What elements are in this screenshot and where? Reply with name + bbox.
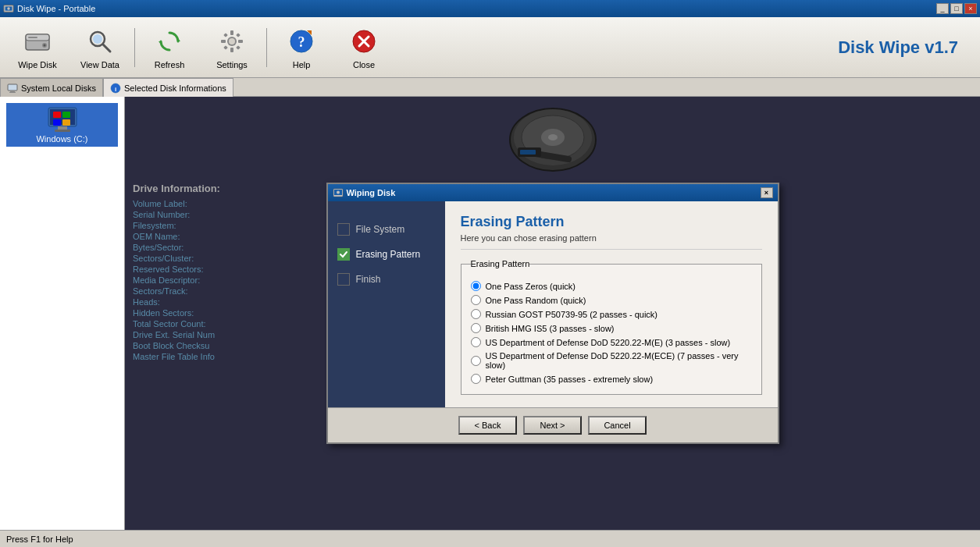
radio-us-dod-mie[interactable]: [471, 337, 481, 347]
svg-rect-16: [230, 48, 233, 52]
hdd-icon: [22, 26, 53, 57]
option-us-dod-ece-label: US Department of Defense DoD 5220.22-M(E…: [486, 351, 752, 370]
svg-rect-31: [9, 92, 16, 93]
radio-russian-gost[interactable]: [471, 309, 481, 319]
close-title-button[interactable]: ×: [964, 3, 977, 14]
wiping-disk-dialog: Wiping Disk × File System: [326, 183, 779, 444]
sidebar: Windows (C:): [0, 97, 125, 530]
dialog-content-panel: Erasing Pattern Here you can chose erasi…: [445, 201, 778, 407]
app-brand: Disk Wipe v1.7: [838, 37, 974, 58]
dialog-content-title: Erasing Pattern: [461, 214, 762, 230]
dialog-close-button[interactable]: ×: [761, 187, 773, 198]
wipe-disk-label: Wipe Disk: [18, 60, 57, 69]
step-erasing-pattern[interactable]: Erasing Pattern: [328, 242, 445, 267]
option-russian-gost[interactable]: Russian GOST P50739-95 (2 passes - quick…: [471, 309, 752, 319]
toolbar-separator-2: [266, 28, 267, 67]
radio-peter-guttman[interactable]: [471, 374, 481, 384]
svg-rect-15: [230, 30, 233, 35]
toolbar-separator-1: [134, 28, 135, 67]
svg-rect-19: [223, 33, 228, 37]
sidebar-item-windows-c[interactable]: Windows (C:): [6, 103, 118, 147]
svg-rect-21: [223, 45, 228, 50]
option-us-dod-ece[interactable]: US Department of Defense DoD 5220.22-M(E…: [471, 351, 752, 370]
radio-one-pass-random[interactable]: [471, 295, 481, 305]
tab-disk-info-label: Selected Disk Informations: [124, 83, 226, 93]
svg-rect-41: [55, 130, 70, 132]
settings-button[interactable]: Settings: [201, 21, 263, 74]
dialog-steps-panel: File System Erasing Pattern: [328, 201, 445, 407]
next-button[interactable]: Next >: [523, 416, 582, 435]
svg-rect-37: [62, 112, 70, 118]
minimize-button[interactable]: _: [936, 3, 949, 14]
step-finish-label: Finish: [356, 274, 381, 285]
help-icon: ?: [286, 26, 317, 57]
svg-rect-29: [8, 84, 17, 91]
dialog-titlebar-left: Wiping Disk: [333, 187, 396, 198]
app-icon: [3, 3, 14, 14]
view-data-label: View Data: [80, 60, 119, 69]
content-area: Drive Information: Volume Label: Serial …: [125, 97, 980, 530]
maximize-button[interactable]: □: [950, 3, 963, 14]
svg-rect-7: [28, 37, 37, 38]
option-british-hmg[interactable]: British HMG IS5 (3 passes - slow): [471, 323, 752, 333]
wipe-disk-button[interactable]: Wipe Disk: [6, 21, 69, 74]
dialog-icon: [333, 187, 344, 198]
option-one-pass-zeros-label: One Pass Zeros (quick): [486, 282, 576, 291]
dialog-titlebar: Wiping Disk ×: [328, 184, 778, 201]
modal-overlay: Wiping Disk × File System: [125, 97, 980, 530]
view-data-button[interactable]: View Data: [69, 21, 131, 74]
windows-disk-icon: [47, 106, 78, 133]
option-one-pass-zeros[interactable]: One Pass Zeros (quick): [471, 281, 752, 291]
svg-text:?: ?: [298, 34, 305, 50]
refresh-icon: [154, 26, 185, 57]
refresh-button[interactable]: Refresh: [138, 21, 201, 74]
main-area: Windows (C:) Drive Information: Volume L…: [0, 97, 980, 530]
dialog-title: Wiping Disk: [347, 188, 396, 197]
titlebar: Disk Wipe - Portable _ □ ×: [0, 0, 980, 17]
option-us-dod-mie-label: US Department of Defense DoD 5220.22-M(E…: [486, 338, 731, 347]
step-file-system[interactable]: File System: [328, 217, 445, 242]
help-button[interactable]: ? Help: [270, 21, 333, 74]
radio-us-dod-ece[interactable]: [471, 356, 481, 366]
step-file-system-label: File System: [356, 224, 405, 235]
app-title: Disk Wipe - Portable: [17, 4, 95, 13]
svg-point-6: [44, 44, 46, 46]
titlebar-right: _ □ ×: [936, 3, 977, 14]
option-russian-gost-label: Russian GOST P50739-95 (2 passes - quick…: [486, 310, 658, 319]
statusbar-text: Press F1 for Help: [6, 535, 73, 544]
erasing-group-legend: Erasing Pattern: [471, 259, 530, 268]
svg-rect-36: [53, 112, 61, 118]
tab-local-disks-label: System Local Disks: [21, 83, 96, 93]
option-one-pass-random[interactable]: One Pass Random (quick): [471, 295, 752, 305]
tab-local-disks[interactable]: System Local Disks: [0, 78, 103, 97]
svg-line-10: [103, 44, 110, 52]
option-us-dod-mie[interactable]: US Department of Defense DoD 5220.22-M(E…: [471, 337, 752, 347]
magnify-icon: [84, 26, 116, 57]
toolbar: Wipe Disk View Data Refresh: [0, 17, 980, 78]
tab-disk-info[interactable]: i Selected Disk Informations: [103, 78, 233, 97]
refresh-label: Refresh: [155, 60, 185, 69]
dialog-content-subtitle: Here you can chose erasing pattern: [461, 233, 762, 250]
svg-point-9: [93, 34, 102, 44]
svg-rect-17: [221, 40, 226, 43]
svg-point-52: [337, 191, 340, 194]
option-british-hmg-label: British HMG IS5 (3 passes - slow): [486, 324, 615, 333]
svg-point-2: [7, 7, 10, 10]
close-button[interactable]: Close: [333, 21, 395, 74]
svg-text:i: i: [115, 86, 116, 93]
settings-label: Settings: [216, 60, 248, 69]
radio-british-hmg[interactable]: [471, 323, 481, 333]
titlebar-left: Disk Wipe - Portable: [3, 3, 95, 14]
dialog-body: File System Erasing Pattern: [328, 201, 778, 407]
erasing-pattern-group: Erasing Pattern One Pass Zeros (quick) O…: [461, 259, 762, 395]
option-peter-guttman[interactable]: Peter Guttman (35 passes - extremely slo…: [471, 374, 752, 384]
radio-one-pass-zeros[interactable]: [471, 281, 481, 291]
step-finish[interactable]: Finish: [328, 267, 445, 292]
svg-point-14: [229, 38, 235, 44]
tabbar: System Local Disks i Selected Disk Infor…: [0, 78, 980, 97]
cancel-button[interactable]: Cancel: [588, 416, 647, 435]
checkmark-icon: [339, 250, 348, 259]
info-icon: i: [110, 83, 121, 94]
back-button[interactable]: < Back: [458, 416, 517, 435]
svg-rect-18: [238, 40, 243, 43]
